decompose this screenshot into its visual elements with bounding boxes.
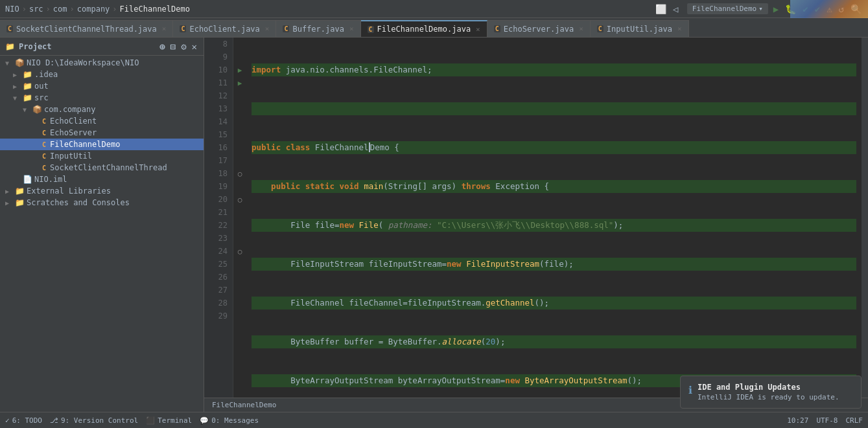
- breadcrumb: NIO › src › com › company › FileChannelD…: [5, 5, 190, 14]
- status-vc[interactable]: ⎇ 9: Version Control: [50, 416, 138, 425]
- messages-label: 0: Messages: [211, 416, 259, 425]
- tab-filechannel[interactable]: C FileChannelDemo.java ×: [361, 20, 487, 37]
- gutter-10[interactable]: ▶: [233, 63, 246, 76]
- tab-echoserver[interactable]: C EchoServer.java ×: [487, 20, 591, 37]
- line-numbers: 8 9 10 11 12 13 14 15 16 17 18 19 20 21 …: [204, 38, 233, 398]
- tab-echoclient-close[interactable]: ×: [265, 25, 270, 33]
- tab-buffer-close[interactable]: ×: [349, 25, 354, 33]
- tab-echoserver-label: EchoServer.java: [504, 25, 574, 34]
- idea-folder-icon: 📁: [23, 70, 32, 79]
- tab-echoclient[interactable]: C EchoClient.java ×: [173, 20, 276, 37]
- tab-inpututil[interactable]: C InputUtil.java ×: [591, 20, 689, 37]
- gutter-25: [233, 258, 246, 271]
- tab-buffer-label: Buffer.java: [292, 25, 344, 34]
- idea-label: .idea: [34, 70, 58, 79]
- line-12: File file=new File( pathname: "C:\\Users…: [252, 219, 856, 232]
- line-15: ByteBuffer buffer = ByteBuffer.allocate(…: [252, 335, 856, 348]
- socket-label: SocketClientChannelThread: [50, 163, 167, 172]
- window-icon[interactable]: ⬜: [656, 4, 666, 14]
- collapse-icon[interactable]: ⊟: [169, 40, 177, 53]
- c-icon-buffer: C: [283, 25, 289, 32]
- run-button[interactable]: ▶: [772, 3, 780, 16]
- company-label: com.company: [44, 105, 95, 114]
- gutter-12: [233, 89, 246, 102]
- tree-item-scratches[interactable]: ▶ 📁 Scratches and Consoles: [0, 197, 204, 208]
- notification-body-text: IntelliJ IDEA is ready to update.: [698, 393, 839, 401]
- tab-filechannel-close[interactable]: ×: [476, 25, 480, 34]
- company-folder-icon: 📦: [32, 105, 42, 114]
- gutter-26: [233, 271, 246, 284]
- vc-icon: ⎇: [50, 416, 58, 425]
- status-linecol[interactable]: 10:27: [787, 416, 808, 425]
- run-config-dropdown[interactable]: FileChannelDemo ▾: [687, 3, 768, 14]
- filechannel-label: FileChannelDemo: [50, 140, 120, 149]
- tree-item-echoserver[interactable]: ▶ C EchoServer: [0, 127, 204, 139]
- back-icon[interactable]: ◁: [670, 4, 681, 14]
- breadcrumb-src[interactable]: src: [29, 5, 43, 14]
- status-terminal[interactable]: ⬛ Terminal: [146, 416, 192, 425]
- add-icon[interactable]: ⊕: [158, 40, 166, 53]
- c-icon-echoclient: C: [180, 25, 186, 32]
- hide-icon[interactable]: ✕: [191, 40, 198, 53]
- terminal-label: Terminal: [158, 416, 192, 425]
- tree-item-src[interactable]: ▼ 📁 src: [0, 92, 204, 104]
- gutter-24: ○: [233, 245, 246, 258]
- sidebar-header-icons: ⊕ ⊟ ⚙ ✕: [158, 40, 198, 53]
- out-label: out: [34, 82, 49, 91]
- gutter-11[interactable]: ▶: [233, 76, 246, 89]
- tree-item-company[interactable]: ▼ 📦 com.company: [0, 104, 204, 115]
- tree-item-filechannel[interactable]: ▶ C FileChannelDemo: [0, 139, 204, 150]
- tree-item-echoclient[interactable]: ▶ C EchoClient: [0, 115, 204, 127]
- gutter-19: [233, 180, 246, 193]
- tree-item-nioiml[interactable]: ▶ 📄 NIO.iml: [0, 174, 204, 185]
- tree-item-out[interactable]: ▶ 📁 out: [0, 80, 204, 92]
- c-icon-socket: C: [6, 25, 13, 32]
- notification-popup: ℹ IDE and Plugin Updates IntelliJ IDEA i…: [680, 376, 862, 409]
- tab-echoserver-close[interactable]: ×: [579, 25, 583, 33]
- gutter-15: [233, 128, 246, 141]
- line-14: FileChannel fileChannel=fileInputStream.…: [252, 297, 856, 310]
- breadcrumb-nio[interactable]: NIO: [5, 5, 19, 14]
- code-area[interactable]: 8 9 10 11 12 13 14 15 16 17 18 19 20 21 …: [204, 38, 868, 398]
- arrow-scratches: ▶: [5, 199, 13, 207]
- tree-item-nio[interactable]: ▼ 📦 NIO D:\IdeaWorkspace\NIO: [0, 57, 204, 69]
- status-encoding[interactable]: UTF-8: [816, 416, 838, 425]
- breadcrumb-file[interactable]: FileChannelDemo: [120, 5, 190, 14]
- line-8: import java.nio.channels.FileChannel;: [252, 63, 856, 76]
- tab-socket[interactable]: C SocketClientChannelThread.java ×: [0, 20, 173, 37]
- sidebar-title: Project: [19, 42, 52, 51]
- src-folder-icon: 📁: [23, 93, 32, 102]
- src-label: src: [34, 93, 49, 102]
- tree-item-external[interactable]: ▶ 📁 External Libraries: [0, 185, 204, 197]
- inpututil-file-icon: C: [42, 153, 46, 160]
- tree-item-inpututil[interactable]: ▶ C InputUtil: [0, 150, 204, 162]
- gutter-13: [233, 102, 246, 115]
- gutter-18: ○: [233, 167, 246, 180]
- tree-item-socket[interactable]: ▶ C SocketClientChannelThread: [0, 162, 204, 174]
- arrow-idea: ▶: [13, 71, 21, 78]
- gear-icon[interactable]: ⚙: [180, 40, 187, 53]
- echoserver-label: EchoServer: [50, 128, 97, 137]
- title-bar: NIO › src › com › company › FileChannelD…: [0, 0, 868, 18]
- terminal-icon: ⬛: [146, 416, 155, 425]
- status-bar: ✓ 6: TODO ⎇ 9: Version Control ⬛ Termina…: [0, 412, 868, 428]
- breadcrumb-com[interactable]: com: [53, 5, 67, 14]
- c-icon-inpututil: C: [597, 25, 604, 32]
- gutter-21: [233, 206, 246, 219]
- tree-item-idea[interactable]: ▶ 📁 .idea: [0, 69, 204, 80]
- code-content[interactable]: import java.nio.channels.FileChannel; pu…: [246, 38, 862, 398]
- tab-inpututil-close[interactable]: ×: [677, 25, 682, 33]
- status-messages[interactable]: 💬 0: Messages: [200, 416, 259, 425]
- notification-title: IDE and Plugin Updates: [698, 383, 853, 392]
- status-linesep[interactable]: CRLF: [846, 416, 863, 425]
- tab-socket-close[interactable]: ×: [162, 25, 167, 33]
- sidebar: 📁 Project ⊕ ⊟ ⚙ ✕ ▼ 📦 NIO D:\IdeaWorkspa…: [0, 38, 204, 412]
- socket-file-icon: C: [42, 164, 46, 172]
- status-todo[interactable]: ✓ 6: TODO: [5, 416, 42, 425]
- dropdown-arrow-icon: ▾: [758, 5, 763, 13]
- code-editor[interactable]: 8 9 10 11 12 13 14 15 16 17 18 19 20 21 …: [204, 38, 868, 412]
- tab-buffer[interactable]: C Buffer.java ×: [276, 20, 360, 37]
- arrow-external: ▶: [5, 188, 13, 195]
- breadcrumb-company[interactable]: company: [77, 5, 110, 14]
- linesep-label: CRLF: [846, 416, 863, 425]
